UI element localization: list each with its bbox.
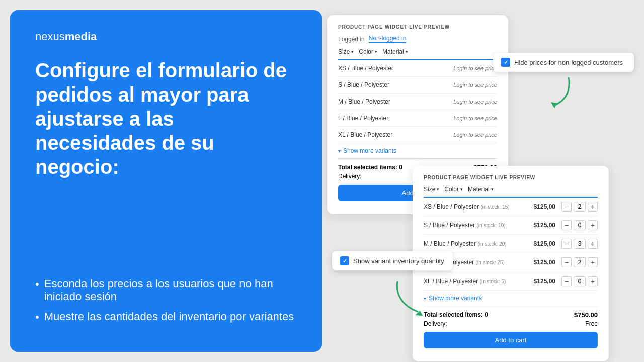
- add-to-cart-btn-2[interactable]: Add to cart: [424, 332, 598, 348]
- login-price: Login to see price: [453, 65, 497, 71]
- variant2-row-xl: XL / Blue / Polyester (in stock: 5) $125…: [424, 272, 598, 291]
- variant2-row-s: S / Blue / Polyester (in stock: 10) $125…: [424, 216, 598, 235]
- arrow-icon-1: [533, 68, 574, 110]
- variant2-price: $125,00: [528, 278, 555, 285]
- qty-input[interactable]: [574, 239, 586, 249]
- filter-size[interactable]: Size ▾: [338, 48, 354, 55]
- variant-row-xs: XS / Blue / Polyester Login to see price: [338, 60, 497, 77]
- qty-minus[interactable]: −: [561, 239, 572, 249]
- variant2-price: $125,00: [528, 222, 555, 229]
- checkbox-bubble-2: Show variant inventory quantity: [332, 251, 453, 270]
- qty-controls-l: − +: [561, 257, 598, 267]
- qty-plus[interactable]: +: [588, 276, 598, 286]
- bullet-item-1: Esconda los precios a los usuarios que n…: [35, 277, 297, 303]
- filter-row-2: Size ▾ Color ▾ Material ▾: [424, 186, 598, 198]
- totals-section-2: Total selected items: 0 $750.00 Delivery…: [424, 306, 598, 352]
- total-price-2: $750.00: [574, 311, 598, 319]
- arrow-icon-2: [387, 277, 438, 319]
- checkbox-2-label: Show variant inventory quantity: [353, 257, 444, 265]
- login-price: Login to see price: [453, 132, 497, 138]
- filter-material[interactable]: Material ▾: [382, 48, 408, 55]
- variant-row-xl: XL / Blue / Polyester Login to see price: [338, 127, 497, 143]
- left-panel: nexusmedia Configure el formulario de pe…: [10, 10, 322, 352]
- login-price: Login to see price: [453, 82, 497, 88]
- variant-name: XL / Blue / Polyester: [338, 131, 392, 138]
- variant2-row-xs: XS / Blue / Polyester (in stock: 15) $12…: [424, 198, 598, 216]
- bullet-item-2: Muestre las cantidades del inventario po…: [35, 310, 297, 325]
- bullet-list: Esconda los precios a los usuarios que n…: [35, 277, 297, 332]
- variant2-price: $125,00: [528, 240, 555, 247]
- qty-controls-xs: − +: [561, 202, 598, 212]
- variant-name: XS / Blue / Polyester: [338, 65, 393, 72]
- show-more-link-2[interactable]: ▾ Show more variants: [424, 291, 598, 306]
- filter2-material[interactable]: Material ▾: [468, 186, 494, 193]
- brand-logo: nexusmedia: [35, 30, 297, 43]
- qty-minus[interactable]: −: [561, 202, 572, 212]
- variant2-row-m: M / Blue / Polyester (in stock: 20) $125…: [424, 235, 598, 253]
- login-price: Login to see price: [453, 115, 497, 121]
- filter2-size[interactable]: Size ▾: [424, 186, 439, 193]
- qty-input[interactable]: [574, 202, 586, 212]
- filter-row-1: Size ▾ Color ▾ Material ▾: [338, 48, 497, 60]
- variant-name: L / Blue / Polyester: [338, 115, 388, 122]
- logged-label: Logged in: [338, 36, 365, 43]
- qty-input[interactable]: [574, 257, 586, 267]
- checkbox-1-label: Hide prices for non-logged customers: [514, 59, 623, 66]
- delivery-value-2: Free: [585, 320, 598, 327]
- qty-input[interactable]: [574, 276, 586, 286]
- variant2-name: XS / Blue / Polyester (in stock: 15): [424, 203, 522, 210]
- triangle-icon: ▾: [338, 148, 341, 154]
- variant-row-l: L / Blue / Polyester Login to see price: [338, 110, 497, 127]
- delivery-row-2: Delivery: Free: [424, 320, 598, 327]
- variant2-price: $125,00: [528, 203, 555, 210]
- variant2-name: XL / Blue / Polyester (in stock: 5): [424, 278, 522, 285]
- qty-plus[interactable]: +: [588, 202, 598, 212]
- qty-minus[interactable]: −: [561, 257, 572, 267]
- filter-color[interactable]: Color ▾: [359, 48, 377, 55]
- variant2-name: M / Blue / Polyester (in stock: 20): [424, 240, 522, 247]
- qty-plus[interactable]: +: [588, 220, 598, 230]
- variant-row-m: M / Blue / Polyester Login to see price: [338, 94, 497, 110]
- delivery-label-2: Delivery:: [424, 320, 447, 327]
- qty-plus[interactable]: +: [588, 239, 598, 249]
- logged-value[interactable]: Non-logged in: [369, 35, 407, 43]
- variant-name: S / Blue / Polyester: [338, 81, 389, 88]
- variant2-price: $125,00: [528, 259, 555, 266]
- total-items-row-2: Total selected items: 0 $750.00: [424, 311, 598, 319]
- qty-input[interactable]: [574, 220, 586, 230]
- logged-row: Logged in Non-logged in: [338, 35, 497, 43]
- qty-controls-xl: − +: [561, 276, 598, 286]
- headline: Configure el formulario de pedidos al ma…: [35, 58, 297, 179]
- page-container: nexusmedia Configure el formulario de pe…: [0, 0, 644, 362]
- qty-controls-s: − +: [561, 220, 598, 230]
- show-more-label: Show more variants: [343, 147, 396, 154]
- checkbox-1[interactable]: [501, 58, 510, 67]
- filter2-color[interactable]: Color ▾: [444, 186, 463, 193]
- total-items-label: Total selected items: 0: [338, 164, 403, 171]
- variant-row-s: S / Blue / Polyester Login to see price: [338, 77, 497, 94]
- login-price: Login to see price: [453, 99, 497, 105]
- checkbox-2[interactable]: [340, 256, 349, 265]
- show-more-link-1[interactable]: ▾ Show more variants: [338, 143, 497, 159]
- widget2-title: PRODUCT PAGE WIDGET LIVE PREVIEW: [424, 175, 598, 180]
- qty-minus[interactable]: −: [561, 220, 572, 230]
- right-panel: PRODUCT PAGE WIDGET LIVE PREVIEW Logged …: [322, 10, 634, 352]
- variant2-name: S / Blue / Polyester (in stock: 10): [424, 222, 522, 229]
- qty-minus[interactable]: −: [561, 276, 572, 286]
- delivery-label: Delivery:: [338, 173, 362, 180]
- variant-name: M / Blue / Polyester: [338, 98, 390, 105]
- widget1-title: PRODUCT PAGE WIDGET LIVE PREVIEW: [338, 24, 497, 30]
- qty-controls-m: − +: [561, 239, 598, 249]
- qty-plus[interactable]: +: [588, 257, 598, 267]
